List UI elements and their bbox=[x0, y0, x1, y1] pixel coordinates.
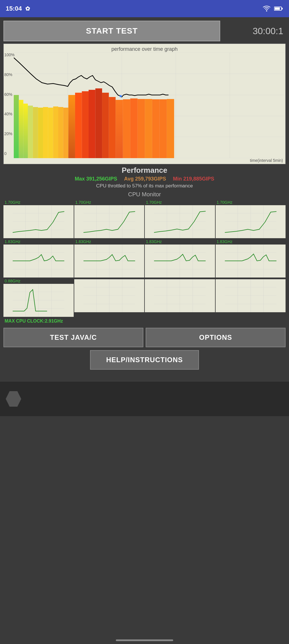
home-indicator bbox=[116, 639, 173, 641]
svg-rect-16 bbox=[23, 104, 28, 158]
cpu-freq-3-1: 0.88GHz bbox=[3, 278, 74, 284]
svg-rect-39 bbox=[167, 99, 174, 158]
svg-rect-15 bbox=[19, 100, 24, 158]
svg-rect-21 bbox=[48, 108, 53, 158]
throttle-text: CPU throttled to 57% of its max performa… bbox=[3, 183, 286, 189]
top-row: START TEST 30:00:1 bbox=[3, 21, 286, 41]
cpu-cell-2-2: 1.83GHz bbox=[74, 239, 144, 278]
cpu-chart-1-3 bbox=[145, 205, 215, 238]
cpu-cell-1-1: 1.70GHz bbox=[3, 199, 74, 238]
cpu-cell-1-3: 1.70GHz bbox=[145, 199, 215, 238]
cpu-chart-2-2 bbox=[74, 245, 144, 278]
svg-rect-36 bbox=[145, 99, 152, 158]
svg-rect-2 bbox=[275, 7, 280, 10]
cpu-row-3: 0.88GHz bbox=[3, 278, 286, 317]
cpu-cell-2-1: 1.83GHz bbox=[3, 239, 74, 278]
hex-button[interactable] bbox=[6, 391, 21, 407]
cpu-freq-1-2: 1.70GHz bbox=[74, 199, 144, 205]
svg-point-40 bbox=[120, 95, 122, 97]
help-button-container: HELP/INSTRUCTIONS bbox=[3, 350, 286, 370]
cpu-cell-3-2 bbox=[74, 278, 144, 317]
cpu-freq-1-3: 1.70GHz bbox=[145, 199, 215, 205]
svg-rect-34 bbox=[130, 98, 138, 158]
svg-rect-33 bbox=[123, 99, 130, 158]
status-right bbox=[263, 5, 283, 12]
cpu-chart-3-2 bbox=[74, 279, 144, 312]
cpu-freq-2-3: 1.83GHz bbox=[145, 239, 215, 245]
help-instructions-button[interactable]: HELP/INSTRUCTIONS bbox=[90, 350, 199, 370]
svg-rect-3 bbox=[282, 8, 283, 9]
svg-rect-18 bbox=[33, 107, 38, 158]
svg-rect-38 bbox=[159, 99, 167, 158]
svg-rect-28 bbox=[89, 90, 95, 158]
svg-rect-19 bbox=[38, 108, 43, 158]
test-java-c-button[interactable]: TEST JAVA/C bbox=[3, 328, 143, 347]
svg-rect-24 bbox=[63, 108, 69, 158]
svg-rect-22 bbox=[53, 106, 58, 158]
main-content: START TEST 30:00:1 performance over time… bbox=[0, 17, 289, 376]
svg-rect-35 bbox=[138, 99, 145, 158]
svg-rect-31 bbox=[109, 97, 116, 158]
cpu-cell-1-2: 1.70GHz bbox=[74, 199, 144, 238]
wifi-icon bbox=[263, 5, 271, 12]
cpu-freq-1-1: 1.70GHz bbox=[3, 199, 74, 205]
graph-title: performance over time graph bbox=[4, 45, 285, 53]
battery-icon bbox=[274, 6, 283, 11]
graph-x-label: time(interval 5min) bbox=[250, 158, 283, 163]
status-bar: 15:04 ✿ bbox=[0, 0, 289, 17]
cpu-freq-2-2: 1.83GHz bbox=[74, 239, 144, 245]
cpu-row-2: 1.83GHz 1.83GHz bbox=[3, 239, 286, 278]
cpu-chart-2-4 bbox=[216, 245, 286, 278]
start-test-button[interactable]: START TEST bbox=[3, 21, 220, 41]
cpu-chart-3-4 bbox=[216, 279, 286, 312]
svg-rect-20 bbox=[43, 107, 48, 158]
cpu-cell-1-4: 1.70GHz bbox=[216, 199, 286, 238]
svg-rect-25 bbox=[68, 95, 75, 158]
time-display: 15:04 bbox=[6, 5, 22, 12]
cpu-cell-2-4: 1.83GHz bbox=[216, 239, 286, 278]
timer-display: 30:00:1 bbox=[222, 26, 286, 36]
cpu-chart-1-4 bbox=[216, 205, 286, 238]
svg-rect-17 bbox=[28, 106, 33, 158]
avg-stat: Avg 259,793GIPS bbox=[124, 176, 166, 182]
svg-rect-26 bbox=[75, 93, 82, 158]
y-axis-labels: 100% 80% 60% 40% 20% 0 bbox=[4, 53, 15, 156]
cpu-chart-2-1 bbox=[3, 245, 74, 278]
cpu-row-1: 1.70GHz 1.70GHz bbox=[3, 199, 286, 238]
svg-rect-27 bbox=[82, 91, 89, 158]
max-cpu-label: MAX CPU CLOCK:2.91GHz bbox=[3, 317, 286, 325]
svg-rect-29 bbox=[95, 88, 102, 158]
cpu-cell-3-4 bbox=[216, 278, 286, 317]
performance-graph: performance over time graph 100% 80% 60%… bbox=[3, 44, 286, 164]
performance-section: Performance Max 391,256GIPS Avg 259,793G… bbox=[3, 166, 286, 189]
cpu-chart-3-3 bbox=[145, 279, 215, 312]
svg-rect-37 bbox=[152, 99, 160, 158]
cpu-chart-3-1 bbox=[3, 284, 74, 317]
max-stat: Max 391,256GIPS bbox=[75, 176, 117, 182]
cpu-monitor-title: CPU Monitor bbox=[3, 191, 286, 198]
options-button[interactable]: OPTIONS bbox=[146, 328, 286, 347]
svg-point-0 bbox=[266, 10, 267, 11]
svg-rect-14 bbox=[14, 95, 19, 158]
graph-svg bbox=[14, 53, 284, 158]
cpu-chart-1-1 bbox=[3, 205, 74, 238]
svg-rect-23 bbox=[58, 107, 63, 158]
performance-title: Performance bbox=[3, 166, 286, 175]
cpu-freq-2-4: 1.83GHz bbox=[216, 239, 286, 245]
cpu-cell-3-3 bbox=[145, 278, 215, 317]
bottom-buttons: TEST JAVA/C OPTIONS bbox=[3, 328, 286, 347]
cpu-cell-3-1: 0.88GHz bbox=[3, 278, 74, 317]
cpu-freq-2-1: 1.83GHz bbox=[3, 239, 74, 245]
min-stat: Min 219,885GIPS bbox=[173, 176, 214, 182]
bottom-nav bbox=[0, 382, 289, 416]
fan-icon: ✿ bbox=[25, 5, 30, 12]
cpu-monitor-section: CPU Monitor 1.70GHz bbox=[3, 191, 286, 325]
status-left: 15:04 ✿ bbox=[6, 5, 30, 12]
svg-rect-32 bbox=[116, 100, 123, 158]
svg-rect-30 bbox=[102, 93, 109, 158]
cpu-freq-1-4: 1.70GHz bbox=[216, 199, 286, 205]
cpu-cell-2-3: 1.83GHz bbox=[145, 239, 215, 278]
performance-stats: Max 391,256GIPS Avg 259,793GIPS Min 219,… bbox=[3, 176, 286, 182]
cpu-chart-1-2 bbox=[74, 205, 144, 238]
cpu-chart-2-3 bbox=[145, 245, 215, 278]
